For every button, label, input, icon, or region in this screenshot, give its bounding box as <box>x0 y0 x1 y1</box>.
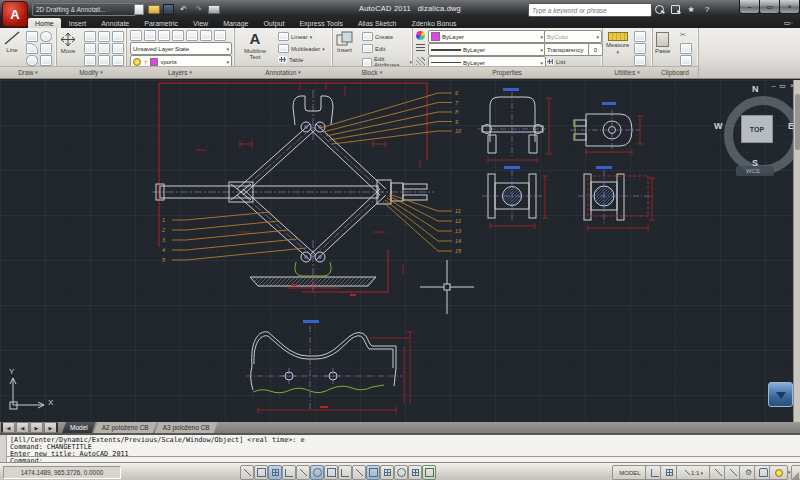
tab-parametric[interactable]: Parametric <box>137 18 185 28</box>
quick-select-button[interactable] <box>634 31 646 42</box>
erase-tool-button[interactable] <box>84 55 96 66</box>
tab-zdenko-bonus[interactable]: Zdenko Bonus <box>404 18 463 28</box>
tab-output[interactable]: Output <box>256 18 291 28</box>
search-button[interactable] <box>652 4 666 15</box>
paste-special-button[interactable] <box>680 55 692 66</box>
tab-express-tools[interactable]: Express Tools <box>292 18 349 28</box>
id-point-button[interactable] <box>634 55 646 66</box>
polyline-tool-button[interactable] <box>26 31 38 42</box>
last-layout-button[interactable]: ▶ <box>44 422 58 433</box>
transparency-display-toggle[interactable] <box>394 465 408 480</box>
fillet-tool-button[interactable] <box>98 43 110 54</box>
subscription-button[interactable] <box>668 4 682 15</box>
command-line-window[interactable]: [All/Center/Dynamic/Extents/Previous/Sca… <box>0 433 800 464</box>
ortho-mode-toggle[interactable] <box>282 465 296 480</box>
object-snap-tracking-toggle[interactable] <box>338 465 352 480</box>
plot-style-dropdown[interactable]: ByColor▾ <box>544 30 602 43</box>
viewcube-north[interactable]: N <box>752 84 759 94</box>
resize-grip[interactable] <box>791 472 799 480</box>
dynamic-ucs-toggle[interactable] <box>352 465 366 480</box>
tab-home[interactable]: Home <box>28 18 61 28</box>
scrollbar-thumb[interactable] <box>795 94 800 150</box>
restore-button[interactable]: ▭ <box>759 0 780 14</box>
layer-properties-button[interactable] <box>130 30 142 41</box>
viewcube[interactable]: N S W E TOP <box>714 86 798 170</box>
panel-label-annotation[interactable]: Annotation▾ <box>234 66 332 77</box>
redo-button[interactable]: ↷ <box>192 4 205 15</box>
transparency-value[interactable]: 0 <box>588 43 603 56</box>
minimize-button[interactable]: – <box>739 0 760 14</box>
tab-view[interactable]: View <box>186 18 215 28</box>
prev-layout-button[interactable]: ◀ <box>16 422 29 433</box>
infer-constraints-toggle[interactable] <box>240 465 254 480</box>
layer-state-dropdown[interactable]: Unsaved Layer State▾ <box>130 42 232 55</box>
3d-object-snap-toggle[interactable] <box>324 465 338 480</box>
edit-block-button[interactable]: Edit <box>362 44 385 53</box>
tab-model[interactable]: Model <box>62 422 96 433</box>
scale-tool-button[interactable] <box>98 55 110 66</box>
favorites-button[interactable]: ★ <box>684 4 698 15</box>
array-tool-button[interactable] <box>112 55 124 66</box>
ribbon-minimize-button[interactable]: ▭▾ <box>777 17 800 28</box>
close-button[interactable]: × <box>779 0 800 14</box>
application-menu-button[interactable]: A <box>2 1 28 27</box>
layer-freeze-button[interactable] <box>172 30 184 41</box>
wcs-menu[interactable]: WCS▾ <box>736 166 774 176</box>
snap-mode-toggle[interactable] <box>254 465 268 480</box>
circle-tool-button[interactable] <box>40 31 52 42</box>
mirror-tool-button[interactable] <box>84 43 96 54</box>
hatch-tool-button[interactable] <box>40 55 52 66</box>
list-button[interactable]: List <box>546 58 565 65</box>
lineweight-dropdown[interactable]: ByLayer▾ <box>428 43 546 56</box>
model-space-button[interactable]: MODEL <box>612 465 648 480</box>
cut-icon[interactable]: ✂ <box>680 31 686 39</box>
coordinates-readout[interactable]: 1474.1489, 965.3726, 0.0000 <box>3 466 121 479</box>
help-button[interactable]: ? <box>700 4 714 15</box>
line-tool-button[interactable]: Line <box>3 30 21 53</box>
copy-tool-button[interactable] <box>112 31 124 42</box>
object-snap-toggle[interactable] <box>310 465 324 480</box>
annotation-scale-button[interactable]: 1:1▾ <box>676 465 712 480</box>
tab-alias-sketch[interactable]: Alias Sketch <box>351 18 404 28</box>
tab-insert[interactable]: Insert <box>62 18 94 28</box>
first-layout-button[interactable]: ◀ <box>1 422 15 433</box>
multiline-text-button[interactable]: A Multiline Text <box>238 30 272 60</box>
arc-tool-button[interactable] <box>26 43 38 54</box>
table-button[interactable]: Table <box>278 56 303 63</box>
panel-label-properties[interactable]: Properties <box>412 66 602 77</box>
tab-annotate[interactable]: Annotate <box>94 18 136 28</box>
panel-label-clipboard[interactable]: Clipboard <box>652 66 698 77</box>
undo-button[interactable]: ↶ <box>177 4 190 15</box>
polar-tracking-toggle[interactable] <box>296 465 310 480</box>
grid-display-toggle[interactable] <box>268 465 282 480</box>
layer-match-button[interactable] <box>200 30 212 41</box>
selection-cycling-toggle[interactable] <box>422 465 436 480</box>
open-file-button[interactable] <box>147 4 160 15</box>
explode-tool-button[interactable] <box>112 43 124 54</box>
layer-lock-button[interactable] <box>186 30 198 41</box>
tab-manage[interactable]: Manage <box>216 18 255 28</box>
move-tool-button[interactable]: Move <box>60 32 76 54</box>
next-layout-button[interactable]: ▶ <box>30 422 43 433</box>
rotate-tool-button[interactable] <box>84 31 96 42</box>
save-button[interactable] <box>162 4 175 15</box>
new-file-button[interactable] <box>132 4 145 15</box>
multileader-button[interactable]: Multileader▾ <box>278 44 325 53</box>
show-motion-button[interactable] <box>768 382 793 407</box>
paste-button[interactable]: Paste <box>655 32 670 54</box>
measure-button[interactable]: Measure▾ <box>606 32 629 55</box>
panel-label-utilities[interactable]: Utilities▾ <box>602 66 652 77</box>
copy-clip-button[interactable] <box>680 43 692 54</box>
layer-isolate-button[interactable] <box>158 30 170 41</box>
search-input[interactable] <box>529 7 651 14</box>
doc-restore-button[interactable]: ▭ <box>779 82 786 90</box>
transparency-field[interactable]: Transparency <box>544 43 592 56</box>
insert-block-button[interactable]: Insert <box>336 31 353 53</box>
viewcube-west[interactable]: W <box>714 121 723 131</box>
dynamic-input-toggle[interactable] <box>366 465 380 480</box>
tab-layout-a3[interactable]: A3 položeno CB <box>155 422 218 433</box>
quick-properties-toggle[interactable] <box>408 465 422 480</box>
quick-calc-button[interactable] <box>634 43 646 54</box>
linear-dimension-button[interactable]: Linear▾ <box>278 32 312 41</box>
vertical-scrollbar[interactable] <box>793 80 800 422</box>
